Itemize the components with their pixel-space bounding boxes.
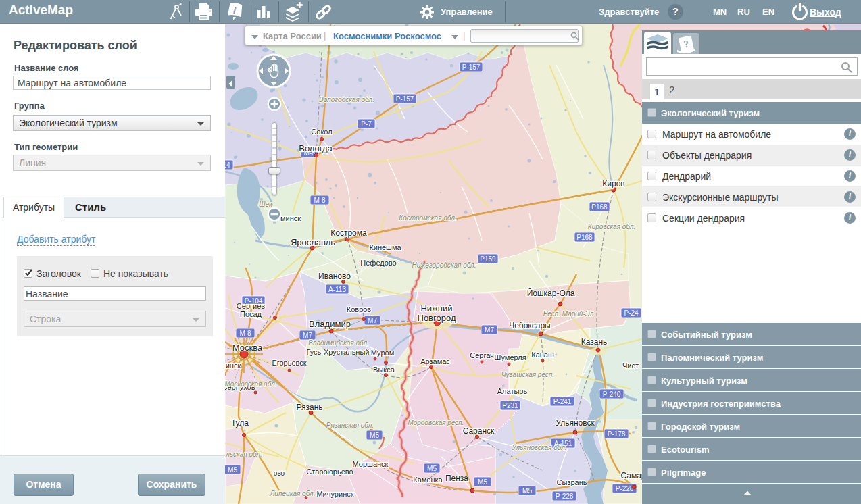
svg-text:Сокол: Сокол [311, 128, 332, 136]
svg-text:Владимир: Владимир [309, 319, 351, 329]
svg-text:14: 14 [225, 161, 230, 169]
svg-text:Чебоксары: Чебоксары [509, 321, 550, 330]
svg-text:Р-240: Р-240 [603, 390, 621, 398]
svg-text:минск: минск [280, 214, 301, 222]
svg-text:Кострома: Кострома [330, 228, 367, 238]
svg-text:Нижний: Нижний [420, 303, 452, 313]
svg-text:Сергач: Сергач [470, 351, 494, 359]
svg-text:Тула: Тула [231, 418, 249, 428]
svg-text:М7: М7 [303, 332, 312, 339]
svg-text:Р168: Р168 [576, 234, 593, 241]
svg-text:М-8: М-8 [239, 330, 251, 337]
svg-text:М7: М7 [368, 317, 377, 324]
svg-text:А-113: А-113 [328, 286, 346, 293]
svg-text:Йошкар-Ола: Йошкар-Ола [527, 288, 575, 298]
svg-text:Каменка: Каменка [413, 476, 443, 484]
svg-text:Пенза: Пенза [445, 474, 468, 483]
svg-text:Арзамас: Арзамас [420, 357, 450, 366]
svg-text:Ярославль: Ярославль [291, 237, 335, 247]
svg-text:Староюрьево: Староюрьево [306, 468, 353, 476]
svg-text:Р-228: Р-228 [616, 485, 634, 493]
svg-text:Сызрань: Сызрань [557, 478, 587, 486]
svg-text:М5: М5 [478, 478, 487, 486]
svg-text:Чувашская респ.: Чувашская респ. [501, 371, 554, 378]
svg-text:Р-228: Р-228 [556, 493, 574, 500]
svg-text:М-8: М-8 [314, 197, 326, 204]
svg-text:Мордовская респ.: Мордовская респ. [408, 419, 464, 426]
svg-text:Р159: Р159 [480, 255, 496, 263]
svg-text:ово: ово [274, 470, 285, 477]
svg-text:Владимирская обл.: Владимирская обл. [308, 339, 369, 347]
svg-text:Нижегородская обл.: Нижегородская обл. [412, 261, 476, 269]
svg-text:Кинешма: Кинешма [369, 243, 401, 251]
svg-text:Гусь-Хрустальный: Гусь-Хрустальный [306, 348, 369, 356]
svg-text:Муром: Муром [371, 349, 394, 357]
svg-text:М7: М7 [485, 326, 494, 334]
svg-text:Кировская обл.: Кировская обл. [588, 223, 635, 230]
svg-text:инск: инск [226, 361, 241, 370]
svg-text:Сергиев: Сергиев [237, 302, 265, 310]
svg-text:Р-157: Р-157 [462, 64, 481, 71]
svg-text:Посад: Посад [240, 310, 262, 318]
svg-text:Чист: Чист [622, 361, 639, 370]
svg-text:Выкса: Выкса [373, 366, 395, 374]
svg-text:Р-7: Р-7 [361, 120, 372, 128]
svg-text:М5: М5 [228, 466, 237, 474]
svg-text:Рязань: Рязань [296, 403, 322, 412]
svg-text:Новгород: Новгород [418, 313, 456, 323]
svg-text:Егорьевск: Егорьевск [272, 359, 306, 367]
svg-text:Алатырь: Алатырь [497, 387, 528, 395]
svg-text:Ульяновск: Ульяновск [556, 418, 595, 428]
svg-text:Иваново: Иваново [318, 272, 351, 281]
svg-text:Московская обл.: Московская обл. [225, 380, 276, 388]
svg-text:Нефедово: Нефедово [360, 259, 396, 267]
svg-text:М5: М5 [370, 432, 379, 439]
svg-text:Киров: Киров [602, 179, 624, 188]
svg-text:Вологодская обл.: Вологодская обл. [319, 96, 374, 103]
svg-text:Казань: Казань [581, 337, 608, 347]
svg-text:Рязанская обл.: Рязанская обл. [326, 422, 374, 429]
svg-text:Р-157: Р-157 [396, 95, 414, 103]
svg-text:Респ. Марий-Эл: Респ. Марий-Эл [543, 310, 594, 318]
svg-text:Р168: Р168 [591, 203, 608, 211]
svg-text:М5: М5 [427, 465, 437, 472]
svg-text:Саранск: Саранск [463, 426, 495, 436]
svg-text:Вологда: Вологда [299, 143, 333, 153]
svg-text:Р231: Р231 [502, 402, 518, 409]
svg-text:Р-24: Р-24 [624, 309, 639, 317]
svg-text:М5: М5 [522, 487, 532, 495]
svg-text:льская обл.: льская обл. [225, 451, 262, 458]
svg-text:Р-241: Р-241 [554, 398, 572, 405]
svg-text:Канаш: Канаш [531, 351, 554, 359]
svg-text:Моршанск: Моршанск [353, 460, 389, 468]
svg-text:Ульяновская обл.: Ульяновская обл. [511, 444, 566, 451]
svg-text:Липецкая обл.: Липецкая обл. [270, 490, 316, 497]
svg-text:Мичуринск: Мичуринск [316, 490, 353, 498]
svg-text:Костромская обл.: Костромская обл. [399, 214, 456, 222]
svg-text:Шумерля: Шумерля [494, 353, 526, 361]
svg-text:Р-178: Р-178 [608, 430, 626, 438]
svg-text:Ковров: Ковров [347, 305, 372, 313]
svg-text:Москва: Москва [232, 343, 263, 353]
